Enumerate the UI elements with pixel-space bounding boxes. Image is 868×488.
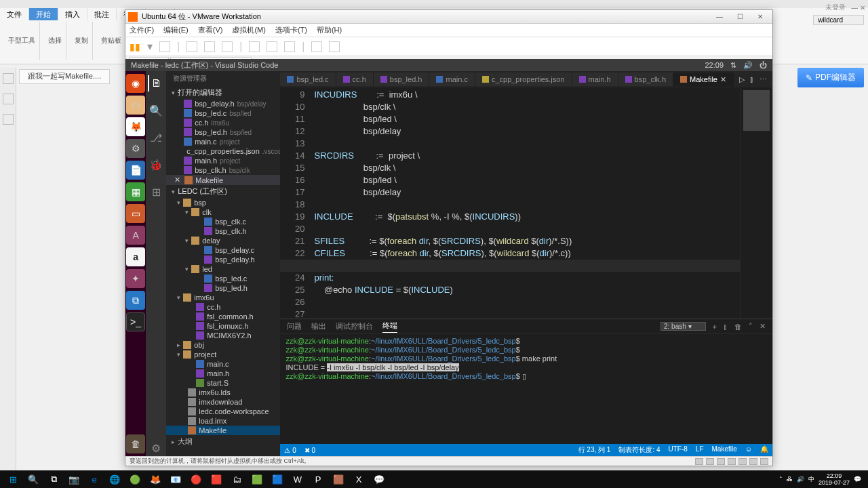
tree-file[interactable]: ledc.code-workspace	[166, 407, 280, 416]
app-icon[interactable]: 🦊	[145, 471, 165, 487]
status-item[interactable]: ☺	[745, 445, 752, 455]
tree-folder[interactable]: ▾bsp	[166, 198, 280, 207]
toolbar-item[interactable]	[311, 41, 322, 52]
menu-item[interactable]: 帮助(H)	[317, 25, 342, 35]
volume-icon[interactable]: 🔊	[743, 61, 753, 70]
tool-icon[interactable]	[3, 73, 14, 84]
run-icon[interactable]: ▷	[739, 75, 745, 84]
editor-tab[interactable]: c_cpp_properties.json	[475, 73, 572, 86]
wps-tab[interactable]: 插入	[58, 8, 87, 20]
tree-file[interactable]: start.S	[166, 378, 280, 388]
tray-icon[interactable]: 🔊	[797, 476, 804, 483]
system-tray[interactable]: ˄ 🖧 🔊 中 22:092019-07-27 💬	[779, 472, 865, 486]
tree-file[interactable]: bsp_delay.c	[166, 245, 280, 255]
gear-icon[interactable]: ⚙	[148, 440, 164, 456]
app-icon[interactable]: 🗂	[226, 471, 247, 487]
tree-file[interactable]: imxdownload	[166, 397, 280, 407]
workspace-section[interactable]: ▾LEDC (工作区)	[166, 185, 280, 198]
status-warnings[interactable]: ✖ 0	[304, 447, 315, 454]
menu-item[interactable]: 文件(F)	[130, 25, 154, 35]
terminal-icon[interactable]: >_	[126, 312, 145, 331]
explorer-icon[interactable]: 🗎	[148, 75, 164, 92]
editor-tabs[interactable]: bsp_led.ccc.hbsp_led.hmain.cc_cpp_proper…	[280, 71, 772, 87]
editor-tab[interactable]: bsp_led.c	[280, 73, 336, 86]
toolbar-item[interactable]	[329, 41, 340, 52]
start-button[interactable]: ⊞	[3, 471, 23, 487]
code-editor[interactable]: 9101112131415161718192021222324252627 IN…	[280, 87, 772, 319]
pause-icon[interactable]: ▮▮	[130, 41, 140, 52]
close-icon[interactable]: ✕	[760, 322, 766, 331]
tree-file[interactable]: bsp_clk.c	[166, 217, 280, 226]
app-icon[interactable]: 🟦	[267, 471, 288, 487]
terminal-tab[interactable]: 终端	[382, 321, 397, 333]
editor-tab[interactable]: main.h	[572, 73, 618, 86]
wps-group[interactable]: 选择	[44, 22, 66, 60]
code-content[interactable]: INCUDIRS := imx6u \ bsp/clk \ bsp/led \ …	[314, 87, 740, 319]
tree-folder[interactable]: ▸obj	[166, 340, 280, 350]
minimap[interactable]	[740, 87, 772, 319]
impress-icon[interactable]: ▭	[126, 204, 145, 223]
toolbar-item[interactable]	[284, 41, 295, 52]
status-item[interactable]: 🔔	[760, 445, 768, 455]
tree-file[interactable]: bsp_delay.h	[166, 255, 280, 264]
status-item[interactable]: LF	[696, 445, 704, 455]
vscode-activitybar[interactable]: 🗎 🔍 ⎇ 🐞 ⊞ ⚙	[146, 71, 166, 456]
tray-icon[interactable]: 🖧	[787, 476, 793, 483]
open-editor-item[interactable]: main.h project	[166, 156, 280, 165]
app-icon[interactable]: 🟢	[125, 471, 145, 487]
trash-icon[interactable]: 🗑	[126, 434, 145, 453]
toolbar-item[interactable]	[222, 41, 233, 52]
toolbar-item[interactable]	[204, 41, 215, 52]
vscode-launcher-icon[interactable]: ⧉	[126, 291, 145, 310]
editor-tab[interactable]: bsp_clk.h	[618, 73, 673, 86]
tool-icon[interactable]	[3, 114, 14, 125]
tray-icon[interactable]: ˄	[779, 476, 783, 483]
tree-file[interactable]: load.imx	[166, 416, 280, 426]
trash-icon[interactable]: 🗑	[734, 323, 742, 331]
editor-tab[interactable]: cc.h	[336, 73, 374, 86]
app-icon[interactable]: 🟥	[206, 471, 226, 487]
vscode-explorer[interactable]: 资源管理器 ▾打开的编辑器 bsp_delay.h bsp/delaybsp_l…	[166, 71, 280, 456]
settings-icon[interactable]: ⚙	[126, 139, 145, 158]
outline-section[interactable]: ▸大纲	[166, 435, 280, 448]
vmware-titlebar[interactable]: Ubuntu 64 位 - VMware Workstation — ☐ ✕	[125, 10, 772, 24]
shell-select[interactable]: 2: bash ▾	[660, 322, 706, 331]
menu-item[interactable]: 编辑(E)	[163, 25, 189, 35]
tree-file[interactable]: MCIMX6Y2.h	[166, 331, 280, 340]
menu-item[interactable]: 查看(V)	[198, 25, 223, 35]
tree-file[interactable]: imx6u.lds	[166, 388, 280, 397]
open-editor-item[interactable]: bsp_led.c bsp/led	[166, 108, 280, 118]
app-icon[interactable]: 📷	[64, 471, 84, 487]
tree-file[interactable]: bsp_led.c	[166, 274, 280, 283]
open-editor-item[interactable]: bsp_clk.h bsp/clk	[166, 165, 280, 175]
toolbar-item[interactable]	[186, 41, 197, 52]
extensions-icon[interactable]: ⊞	[148, 184, 164, 200]
wps-group[interactable]: 复制	[71, 22, 93, 60]
close-button[interactable]: ✕	[751, 12, 770, 22]
editor-tab[interactable]: Makefile ✕	[673, 73, 734, 87]
taskbar-clock[interactable]: 22:092019-07-27	[818, 472, 850, 486]
terminal-panel[interactable]: 问题输出调试控制台终端2: bash ▾+⫿🗑˄✕ zzk@zzk-virtua…	[280, 319, 772, 444]
pdf-editor-button[interactable]: ✎PDF编辑器	[797, 68, 864, 87]
writer-icon[interactable]: 📄	[126, 161, 145, 180]
wps-tab[interactable]: 文件	[0, 8, 29, 20]
status-item[interactable]: UTF-8	[669, 445, 688, 455]
app-icon[interactable]: P	[308, 471, 328, 487]
tree-folder[interactable]: ▾project	[166, 350, 280, 359]
app-icon[interactable]: 🔴	[186, 471, 206, 487]
wps-doc-tab[interactable]: 跟我一起写Makefile....	[19, 69, 110, 84]
tree-file[interactable]: cc.h	[166, 302, 280, 312]
tool-icon[interactable]	[3, 94, 14, 104]
wps-tab[interactable]: 批注	[87, 8, 117, 20]
open-editor-item[interactable]: bsp_led.h bsp/led	[166, 127, 280, 137]
software-icon[interactable]: A	[126, 226, 145, 245]
tree-file[interactable]: bsp_led.h	[166, 283, 280, 293]
open-editors-section[interactable]: ▾打开的编辑器	[166, 86, 280, 99]
toolbar-item[interactable]	[249, 41, 260, 52]
more-icon[interactable]: ⋯	[760, 75, 767, 84]
editor-actions[interactable]: ▷⫿⋯	[734, 75, 772, 84]
tree-folder[interactable]: ▾imx6u	[166, 293, 280, 302]
app-icon[interactable]: 💬	[369, 471, 389, 487]
git-icon[interactable]: ⎇	[148, 129, 164, 146]
wildcard-tab[interactable]: wildcard	[813, 15, 864, 25]
